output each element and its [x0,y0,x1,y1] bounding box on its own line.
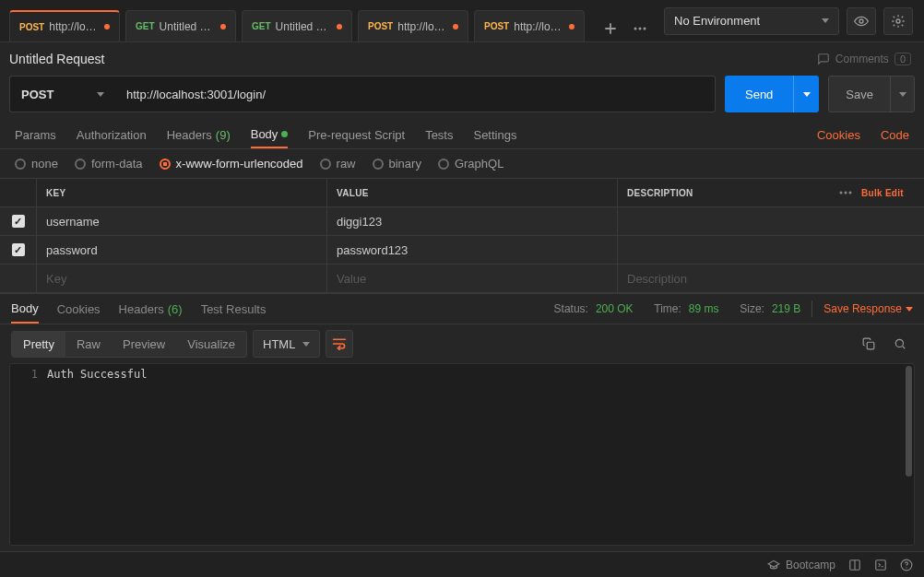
radio-icon [438,159,449,170]
tab-settings[interactable]: Settings [473,122,516,148]
help-button[interactable] [900,559,913,571]
comments-count: 0 [894,53,911,65]
environment-select[interactable]: No Environment [664,7,839,35]
send-options-button[interactable] [793,76,819,112]
cell-key[interactable]: password [37,236,327,264]
view-preview[interactable]: Preview [112,332,176,357]
response-language-value: HTML [263,337,295,351]
wrap-lines-button[interactable] [326,330,353,358]
svg-point-2 [644,28,646,30]
tab-params[interactable]: Params [15,122,56,148]
console-button[interactable] [874,559,887,571]
tab-body[interactable]: Body [251,122,289,148]
svg-point-9 [895,339,903,347]
radio-binary[interactable]: binary [373,157,421,171]
radio-label: form-data [91,157,143,171]
request-title: Untitled Request [9,52,105,66]
tab-4[interactable]: POST http://loca... [474,10,585,41]
tab-2[interactable]: GET Untitled Re... [242,10,352,41]
tabs-extra [590,16,660,41]
tab-3[interactable]: POST http://loca... [358,10,468,41]
header-description: DESCRIPTION Bulk Edit [618,179,924,206]
dirty-dot-icon [569,24,575,29]
cookies-link[interactable]: Cookies [817,128,860,142]
resp-tab-cookies[interactable]: Cookies [57,294,101,324]
chevron-down-icon [803,92,811,97]
resp-tab-headers[interactable]: Headers (6) [119,294,183,324]
settings-button[interactable] [883,7,913,35]
cell-value[interactable]: diggi123 [327,207,618,235]
more-options-button[interactable] [839,191,852,194]
tab-1[interactable]: GET Untitled Re... [125,10,236,41]
radio-icon [15,159,26,170]
search-response-button[interactable] [887,331,913,357]
resp-tab-test-results[interactable]: Test Results [201,294,267,324]
environment-label: No Environment [674,14,760,28]
radio-label: x-www-form-urlencoded [176,157,303,171]
view-pretty[interactable]: Pretty [12,332,65,357]
dirty-dot-icon [453,24,458,29]
response-language-select[interactable]: HTML [253,330,320,358]
bootcamp-button[interactable]: Bootcamp [767,559,835,571]
url-input[interactable]: http://localhost:3001/login/ [115,76,716,112]
cell-description[interactable] [618,236,924,264]
svg-point-13 [906,567,906,568]
row-checkbox[interactable]: ✓ [12,215,25,228]
cell-value-placeholder[interactable]: Value [327,265,618,292]
row-checkbox[interactable]: ✓ [12,243,25,256]
save-response-button[interactable]: Save Response [823,302,913,315]
method-select[interactable]: POST [9,76,115,112]
table-row-new[interactable]: Key Value Description [0,265,924,293]
tab-0[interactable]: POST http://loca... [9,10,120,41]
comment-icon [817,53,830,65]
cell-key[interactable]: username [37,207,327,235]
view-visualize[interactable]: Visualize [176,332,246,357]
response-text: Auth Successful [47,368,147,381]
svg-point-3 [859,19,863,23]
response-body[interactable]: 1Auth Successful [9,363,915,546]
radio-x-www-form-urlencoded[interactable]: x-www-form-urlencoded [160,157,303,171]
resp-tab-body[interactable]: Body [11,294,39,324]
save-button[interactable]: Save [828,76,915,112]
bootcamp-label: Bootcamp [786,559,835,571]
chevron-down-icon [302,342,310,347]
svg-point-5 [839,192,842,194]
send-label: Send [725,88,793,101]
tab-authorization[interactable]: Authorization [77,122,147,148]
bulk-edit-link[interactable]: Bulk Edit [861,188,904,198]
tab-method: GET [136,21,155,31]
tab-tests[interactable]: Tests [425,122,453,148]
body-type-row: none form-data x-www-form-urlencoded raw… [0,149,924,178]
time-value: 89 ms [689,302,719,315]
send-button[interactable]: Send [725,76,819,112]
radio-icon [373,159,384,170]
comments-button[interactable]: Comments 0 [817,53,911,65]
tab-method: POST [484,21,509,31]
cell-description-placeholder[interactable]: Description [618,265,924,292]
view-raw[interactable]: Raw [65,332,112,357]
size-label: Size: [740,302,764,315]
cell-value[interactable]: password123 [327,236,618,264]
radio-none[interactable]: none [15,157,58,171]
tab-headers[interactable]: Headers (9) [167,122,231,148]
cell-key-placeholder[interactable]: Key [37,265,327,292]
environment-quicklook-button[interactable] [847,7,876,35]
response-tabs: Body Cookies Headers (6) Test Results St… [0,293,924,324]
chevron-down-icon [906,307,913,312]
copy-response-button[interactable] [856,331,882,357]
tab-overflow-button[interactable] [627,16,653,41]
code-link[interactable]: Code [881,128,909,142]
tab-headers-label: Headers [167,128,212,142]
svg-rect-8 [867,342,874,349]
radio-graphql[interactable]: GraphQL [438,157,503,171]
new-tab-button[interactable] [598,16,623,41]
tab-prerequest[interactable]: Pre-request Script [308,122,405,148]
panes-button[interactable] [848,559,861,571]
radio-form-data[interactable]: form-data [75,157,143,171]
radio-raw[interactable]: raw [320,157,356,171]
save-options-button[interactable] [890,77,914,112]
header-key: KEY [37,179,327,206]
scrollbar[interactable] [906,366,912,477]
cell-description[interactable] [618,207,924,235]
url-value: http://localhost:3001/login/ [126,88,266,101]
